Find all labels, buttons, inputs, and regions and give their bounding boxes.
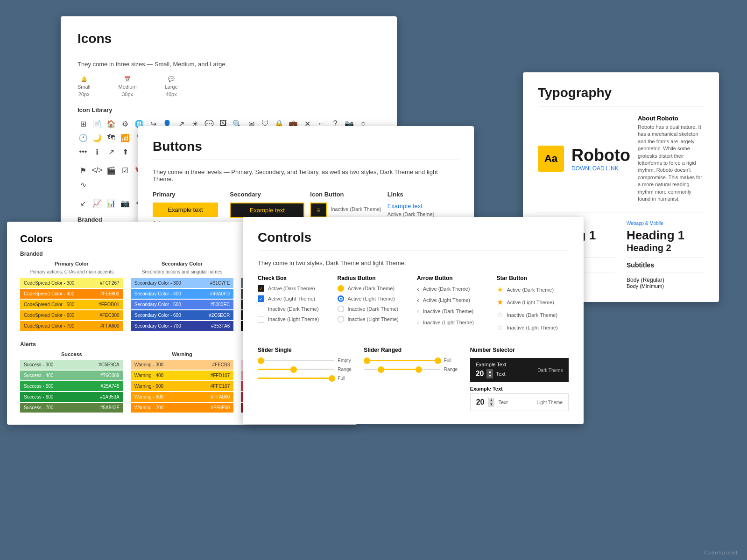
primary-swatch-300: CodeSpread Color - 300#FCF267 [20,278,123,288]
typo-col-webapp: Webapp & Mobile Heading 1 Heading 2 Subt… [627,221,704,289]
col2-label: Webapp & Mobile [627,221,704,226]
checkbox-column: Check Box ✓ Active (Dark Theme) ✓ Active… [258,275,330,336]
secondary-color-group: Secondary Color Secondary actions and si… [131,261,234,332]
watermark: CodeSpread [704,550,738,555]
slider-empty-row: Empty [258,358,356,363]
download-link[interactable]: DOWNLOAD LINK [571,165,630,172]
success-color-group: Success Success - 300#C5E9CA Success - 4… [20,351,123,413]
star-filled-light[interactable]: ★ [497,298,503,307]
link-active-dark[interactable]: Example text [388,203,459,210]
barchart-icon: 📊 [106,197,117,209]
radio-inactive-dark[interactable] [338,306,344,312]
checkbox-active-light: ✓ Active (Light Theme) [258,295,330,302]
font-info: Aa Roboto DOWNLOAD LINK About Roboto Rob… [538,115,704,203]
settings-icon: ⚙ [120,118,131,129]
primary-swatch-700: CodeSpread Color - 700#FFA600 [20,321,123,331]
checkbox-active-dark: ✓ Active (Dark Theme) [258,285,330,292]
slider-empty-track[interactable] [258,360,334,361]
map-icon: 🗺 [106,132,117,143]
warning-color-group: Warning Warning - 300#FECB3 Warning - 40… [131,351,234,413]
icon-library-label: Icon Library [78,106,380,113]
secondary-swatch-600: Secondary Color - 600#2C6ECR [131,310,234,320]
secondary-swatch-400: Secondary Color - 400#46A0FD [131,289,234,299]
checkbox-empty-light[interactable] [258,316,264,322]
checkbox-inactive-dark: Inactive (Dark Theme) [258,306,330,312]
flag-icon: ⚑ [78,165,89,176]
dark-theme-label: Dark Theme [537,368,563,373]
slider-range-track[interactable] [258,369,334,370]
arrow-btn-col-title: Arrow Button [417,275,489,281]
primary-swatch-500: CodeSpread Color - 500#FEOD01 [20,300,123,309]
secondary-group-title: Secondary Color [131,261,234,266]
primary-group-title: Primary Color [20,261,123,266]
icon-sizes: 🔔 Small 20px 📅 Medium 30px 💬 Large 40px [78,76,380,97]
bell-icon-small: 🔔 [81,76,87,82]
inactive-dark-label: Inactive (Dark Theme) [331,206,381,212]
checkbox-empty-dark[interactable] [258,306,264,312]
icons-title: Icons [78,31,380,46]
slider-ranged-full-row: Full [364,358,462,363]
checkbox-icon: ☑ [120,165,131,176]
file-icon: 📄 [92,118,103,129]
icon-size-small: 🔔 Small 20px [78,76,91,97]
chat-icon-large: 💬 [168,76,175,82]
success-title: Success [20,351,123,357]
icon-btn-inactive-dark[interactable]: ≡ [310,203,327,217]
about-text: Roboto has a dual nature. It has a mecha… [638,124,704,203]
secondary-active-dark-btn[interactable]: Example text [230,203,304,218]
radio-active-light[interactable] [338,295,344,302]
linechart-icon: 📈 [92,197,103,209]
full2-label: Full [444,358,463,363]
checkbox-checked-light[interactable]: ✓ [258,295,264,302]
warning-swatch-400: Warning - 400#FFD107 [131,371,234,380]
slider-full-track[interactable] [258,378,334,379]
warning-swatch-700: Warning - 700#FF8F00 [131,403,234,413]
radio-inactive-light[interactable] [338,316,344,322]
star-filled-dark[interactable]: ★ [497,285,503,294]
empty-label: Empty [338,358,356,363]
checkbox-checked-dark[interactable]: ✓ [258,285,264,292]
success-swatch-500: Success - 500#25A745 [20,381,123,391]
wave-icon: ∿ [78,179,89,190]
arrow-active-light: ‹ Active (Light Theme) [417,296,489,304]
slider-ranged-range-track[interactable] [364,369,440,370]
arrow-button-column: Arrow Button ‹ Active (Dark Theme) ‹ Act… [417,275,489,336]
body-regular-webapp: Body (Regular) [627,277,704,283]
external-icon: ↗ [106,146,117,157]
controls-subtitle: They come in two styles, Dark Theme and … [258,259,569,266]
warning-swatch-300: Warning - 300#FECB3 [131,360,234,370]
range2-label: Range [444,367,463,372]
warning-title: Warning [131,351,234,357]
radio-active-dark[interactable] [338,285,344,292]
num-stepper-light[interactable]: ▲ ▼ [488,398,494,407]
home-icon: 🏠 [106,118,117,129]
star-active-dark: ★ Active (Dark Theme) [497,285,569,294]
num-selector-light: 20 ▲ ▼ Text Light Theme [470,393,569,411]
slider-single-section: Slider Single Empty Range [258,347,356,411]
star-active-light: ★ Active (Light Theme) [497,298,569,307]
slider-ranged-full-track[interactable] [364,360,440,361]
clock-icon: 🕐 [78,132,89,143]
success-swatch-400: Success - 400#76C089 [20,371,123,380]
star-inactive-dark: ☆ Inactive (Dark Theme) [497,310,569,319]
secondary-col-title: Secondary [230,191,304,198]
info-icon: ℹ [92,146,103,157]
heading2-webapp: Heading 2 [627,242,704,253]
num-stepper-dark[interactable]: ▲ ▼ [486,369,493,378]
icon-btn-col-title: Icon Button [310,191,381,198]
subtitles-webapp: Subtitles [627,261,704,269]
arrow-left-inactive-dark: ‹ [417,308,419,315]
video-icon: 🎬 [106,165,117,176]
primary-active-btn[interactable]: Example text [153,203,218,217]
num-val-dark: 20 [476,370,484,378]
num-selector-title: Number Selector [470,347,569,353]
wifi-icon: 📶 [120,132,131,143]
arrow-left-dark[interactable]: ‹ [417,285,419,293]
slider-full-row: Full [258,376,356,381]
light-theme-label: Light Theme [537,400,563,405]
grid-icon: ⊞ [78,118,89,129]
link-active-dark-label: Active (Dark Theme) [388,211,459,217]
controls-card: Controls They come in two styles, Dark T… [243,217,584,424]
arrow-left-light[interactable]: ‹ [417,296,419,304]
icon-large-size: 40px [166,91,177,97]
